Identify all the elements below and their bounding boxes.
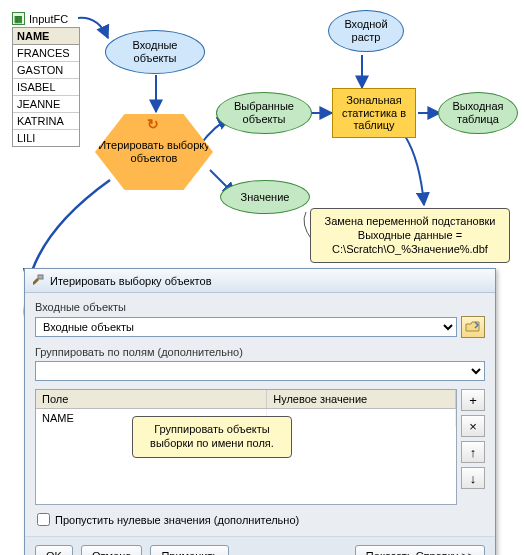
node-zonal-stats: Зональная статистика в таблицу: [332, 88, 416, 138]
table-cell: ISABEL: [13, 79, 79, 96]
show-help-button[interactable]: Показать Справку >>: [355, 545, 485, 555]
callout-substitution: Замена переменной подстановки Выходные д…: [310, 208, 510, 263]
input-table: ▦ InputFC NAME FRANCES GASTON ISABEL JEA…: [12, 12, 80, 147]
remove-button[interactable]: ×: [461, 415, 485, 437]
dialog-titlebar[interactable]: Итерировать выборку объектов: [25, 269, 495, 293]
table-cell: FRANCES: [13, 45, 79, 62]
table-cell: LILI: [13, 130, 79, 146]
ok-button[interactable]: OK: [35, 545, 73, 555]
cancel-button[interactable]: Отмена: [81, 545, 142, 555]
node-input-features: Входные объекты: [105, 30, 205, 74]
svg-rect-0: [38, 275, 43, 279]
move-up-button[interactable]: ↑: [461, 441, 485, 463]
node-output-table: Выходная таблица: [438, 92, 518, 134]
dialog-iterate-selection: Итерировать выборку объектов Входные объ…: [24, 268, 496, 555]
table-cell: JEANNE: [13, 96, 79, 113]
add-button[interactable]: +: [461, 389, 485, 411]
folder-open-icon: [465, 320, 481, 334]
label-group-by: Группировать по полям (дополнительно): [35, 346, 485, 358]
hammer-icon: [31, 274, 45, 288]
skip-nulls-label: Пропустить нулевые значения (дополнитель…: [55, 514, 299, 526]
dialog-title: Итерировать выборку объектов: [50, 275, 212, 287]
input-table-label: InputFC: [29, 13, 68, 25]
recycle-icon: ↻: [147, 116, 159, 132]
table-header: NAME: [13, 28, 79, 45]
table-cell: GASTON: [13, 62, 79, 79]
browse-button[interactable]: [461, 316, 485, 338]
table-cell: KATRINA: [13, 113, 79, 130]
skip-nulls-checkbox[interactable]: [37, 513, 50, 526]
col-field[interactable]: Поле: [36, 390, 267, 409]
node-selected-features: Выбранные объекты: [216, 92, 312, 134]
move-down-button[interactable]: ↓: [461, 467, 485, 489]
node-input-raster: Входной растр: [328, 10, 404, 52]
apply-button[interactable]: Применить: [150, 545, 229, 555]
table-icon: ▦: [12, 12, 25, 25]
col-null-value[interactable]: Нулевое значение: [267, 390, 456, 409]
select-input-features[interactable]: Входные объекты: [35, 317, 457, 337]
node-value: Значение: [220, 180, 310, 214]
select-group-field[interactable]: [35, 361, 485, 381]
label-input-features: Входные объекты: [35, 301, 485, 313]
callout-group-by: Группировать объекты выборки по имени по…: [132, 416, 292, 458]
